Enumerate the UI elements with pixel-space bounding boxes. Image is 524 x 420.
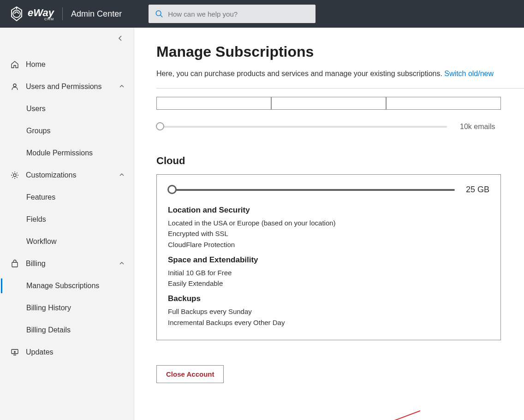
location-security-line: CloudFlare Protection — [168, 239, 489, 250]
nav-manage-subscriptions[interactable]: Manage Subscriptions — [0, 275, 134, 297]
nav-billing[interactable]: Billing — [0, 253, 134, 275]
plan-segment-3[interactable] — [386, 97, 501, 110]
svg-point-1 — [156, 11, 161, 16]
main-content: Manage Subscriptions Here, you can purch… — [134, 28, 524, 420]
bag-icon — [10, 259, 19, 268]
sidebar: Home Users and Permissions Users Groups … — [0, 28, 134, 420]
plan-segments — [156, 97, 524, 110]
chevron-left-icon — [117, 35, 124, 41]
space-extend-heading: Space and Extendability — [168, 255, 489, 265]
brand-text: Way — [33, 7, 54, 18]
nav-label: Billing History — [26, 304, 71, 312]
nav-label: Billing — [26, 260, 46, 268]
nav-label: Module Permissions — [26, 149, 93, 157]
app-header: eWay CRM Admin Center — [0, 0, 524, 28]
nav-label: Features — [26, 193, 55, 201]
nav-billing-details[interactable]: Billing Details — [0, 319, 134, 341]
nav-label: Workflow — [26, 237, 57, 246]
svg-rect-5 — [12, 262, 18, 267]
slider-thumb[interactable] — [156, 122, 164, 130]
cloud-slider-row: 25 GB — [168, 185, 489, 195]
plan-segment-2[interactable] — [271, 97, 386, 110]
svg-point-3 — [13, 84, 16, 87]
home-icon — [10, 60, 19, 69]
svg-point-0 — [13, 10, 20, 18]
email-slider[interactable] — [156, 126, 447, 128]
nav-groups[interactable]: Groups — [0, 120, 134, 142]
subtitle-text: Here, you can purchase products and serv… — [156, 70, 444, 77]
svg-point-4 — [13, 174, 16, 177]
nav-billing-history[interactable]: Billing History — [0, 297, 134, 319]
backups-heading: Backups — [168, 294, 489, 303]
nav-users-permissions[interactable]: Users and Permissions — [0, 76, 134, 98]
eway-logo-icon — [9, 6, 24, 21]
email-slider-label: 10k emails — [460, 123, 495, 131]
nav-updates[interactable]: Updates — [0, 341, 134, 363]
location-security-line: Encrypted with SSL — [168, 228, 489, 239]
gear-icon — [10, 171, 19, 180]
cloud-section-title: Cloud — [156, 155, 524, 167]
nav-customizations[interactable]: Customizations — [0, 164, 134, 186]
nav-features[interactable]: Features — [0, 186, 134, 208]
search-input[interactable] — [168, 10, 306, 18]
nav-label: Manage Subscriptions — [26, 282, 99, 290]
nav-label: Customizations — [26, 171, 76, 179]
nav-label: Users — [26, 105, 46, 113]
brand-logo: eWay CRM — [9, 6, 54, 21]
cloud-card: 25 GB Location and Security Located in t… — [156, 174, 501, 340]
nav-label: Updates — [26, 348, 54, 356]
divider — [156, 88, 524, 89]
collapse-sidebar-button[interactable] — [117, 35, 124, 43]
chevron-up-icon — [119, 260, 125, 268]
cloud-slider-value: 25 GB — [466, 185, 489, 195]
nav-label: Fields — [26, 215, 46, 224]
email-slider-row: 10k emails — [156, 123, 524, 131]
page-subtitle: Here, you can purchase products and serv… — [156, 70, 524, 78]
nav-users[interactable]: Users — [0, 98, 134, 120]
svg-line-2 — [161, 15, 163, 18]
nav-fields[interactable]: Fields — [0, 208, 134, 231]
nav-label: Groups — [26, 127, 50, 135]
search-icon — [155, 10, 163, 18]
chevron-up-icon — [119, 83, 125, 91]
chevron-up-icon — [119, 171, 125, 179]
nav-label: Billing Details — [26, 326, 71, 334]
nav-workflow[interactable]: Workflow — [0, 231, 134, 253]
location-security-line: Located in the USA or Europe (based on y… — [168, 218, 489, 228]
app-title: Admin Center — [71, 9, 122, 19]
nav-home[interactable]: Home — [0, 53, 134, 76]
header-divider — [62, 7, 63, 20]
space-extend-line: Easily Extendable — [168, 278, 489, 289]
nav-module-permissions[interactable]: Module Permissions — [0, 142, 134, 164]
plan-segment-1[interactable] — [156, 97, 271, 110]
monitor-upload-icon — [10, 348, 19, 357]
backups-line: Full Backups every Sunday — [168, 306, 489, 317]
switch-old-new-link[interactable]: Switch old/new — [444, 70, 494, 77]
nav-label: Users and Permissions — [26, 83, 102, 91]
close-account-button[interactable]: Close Account — [156, 365, 224, 383]
search-box[interactable] — [149, 5, 316, 23]
backups-line: Incremental Backups every Other Day — [168, 317, 489, 328]
nav-label: Home — [26, 60, 46, 69]
space-extend-line: Initial 10 GB for Free — [168, 267, 489, 278]
svg-line-7 — [383, 411, 420, 420]
page-title: Manage Subscriptions — [156, 43, 524, 60]
annotation-arrow-icon — [379, 407, 425, 420]
slider-thumb[interactable] — [167, 185, 177, 194]
location-security-heading: Location and Security — [168, 206, 489, 215]
person-icon — [10, 82, 19, 91]
nav: Home Users and Permissions Users Groups … — [0, 28, 134, 363]
cloud-slider[interactable] — [168, 189, 455, 191]
